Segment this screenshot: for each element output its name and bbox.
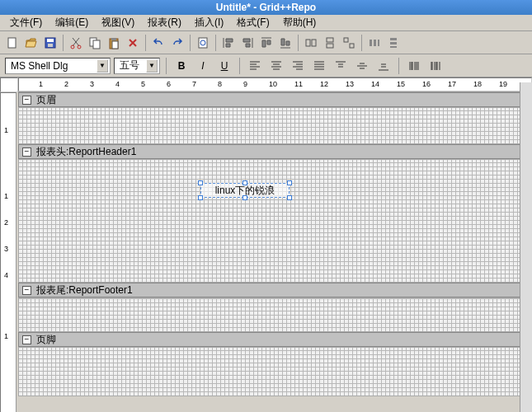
ruler-horizontal[interactable]: 12345678910111213141516171819 [18,77,532,91]
section-header-report-header[interactable]: − 报表头:ReportHeader1 [18,144,532,159]
section-header-page-footer[interactable]: − 页脚 [18,332,532,347]
section-body-page-header[interactable] [18,107,532,144]
font-name-value: MS Shell Dlg [7,60,97,72]
svg-rect-21 [378,40,379,46]
svg-rect-7 [93,40,100,49]
valign-bottom-btn[interactable] [374,57,393,75]
menu-help[interactable]: 帮助(H) [276,14,323,31]
barcode2-btn[interactable] [426,57,445,75]
svg-rect-19 [370,40,372,46]
section-header-report-footer[interactable]: − 报表尾:ReportFooter1 [18,283,532,297]
delete-button[interactable] [124,34,142,52]
section-header-page-header[interactable]: − 页眉 [18,92,532,107]
collapse-icon[interactable]: − [22,286,31,295]
align-justify-text-btn[interactable] [310,57,328,75]
align-left-text-btn[interactable] [246,57,264,75]
svg-rect-17 [344,38,348,42]
valign-middle-btn[interactable] [353,57,371,75]
align-right-text-btn[interactable] [289,57,307,75]
window-titlebar: Untitle* - Grid++Repo [0,0,532,15]
menu-format[interactable]: 格式(F) [230,14,275,31]
cut-button[interactable] [67,34,85,52]
dist-h-btn[interactable] [365,34,384,52]
menu-report[interactable]: 报表(R) [141,14,188,31]
valign-top-btn[interactable] [332,57,350,75]
align-left-btn[interactable] [219,34,238,52]
svg-rect-20 [374,40,376,46]
section-body-report-header[interactable]: linux下的锐浪 [18,159,532,283]
ruler-corner [0,77,18,92]
dropdown-icon[interactable]: ▼ [97,59,108,73]
new-button[interactable] [3,34,21,52]
section-body-page-footer[interactable] [18,347,532,396]
svg-rect-2 [47,39,54,42]
svg-rect-0 [8,38,16,48]
ruler-horizontal-row: 12345678910111213141516171819 [0,77,532,92]
menu-view[interactable]: 视图(V) [95,14,141,31]
font-size-combo[interactable]: 五号 ▼ [114,58,160,74]
textbox-selected[interactable]: linux下的锐浪 [200,183,290,198]
preview-button[interactable] [194,34,212,52]
workarea: 112341 − 页眉 − 报表头:ReportHeader1 linux下的锐… [0,92,532,412]
resize-handle-ne[interactable] [287,180,292,185]
bold-button[interactable]: B [172,57,191,75]
ruler-vertical[interactable]: 112341 [0,92,16,412]
collapse-icon[interactable]: − [22,147,31,157]
section-body-report-footer[interactable] [18,297,532,332]
resize-handle-n[interactable] [242,180,247,185]
svg-rect-24 [390,46,397,48]
dist-v-btn[interactable] [384,34,403,52]
toolbar-main [0,31,532,54]
toolbar-format: MS Shell Dlg ▼ 五号 ▼ B I U [0,54,532,77]
align-right-btn[interactable] [238,34,257,52]
resize-handle-sw[interactable] [198,195,203,200]
font-name-combo[interactable]: MS Shell Dlg ▼ [5,58,111,74]
size-width-btn[interactable] [302,34,320,52]
svg-rect-23 [390,42,397,44]
underline-button[interactable]: U [215,57,233,75]
align-center-text-btn[interactable] [267,57,285,75]
paste-button[interactable] [105,34,123,52]
menu-insert[interactable]: 插入(I) [188,14,230,31]
section-label: 报表头:ReportHeader1 [36,145,136,159]
svg-rect-16 [327,44,333,48]
resize-handle-nw[interactable] [198,180,203,185]
font-size-value: 五号 [116,59,146,73]
section-label: 报表尾:ReportFooter1 [36,283,133,297]
size-height-btn[interactable] [321,34,339,52]
undo-button[interactable] [149,34,167,52]
dropdown-icon[interactable]: ▼ [146,59,158,73]
section-label: 页眉 [36,93,56,107]
section-label: 页脚 [36,333,56,347]
menu-file[interactable]: 文件(F) [3,14,49,31]
collapse-icon[interactable]: − [22,96,31,105]
open-button[interactable] [22,34,40,52]
svg-rect-10 [112,41,118,49]
svg-rect-14 [312,40,316,46]
svg-rect-3 [48,44,53,47]
align-bottom-btn[interactable] [276,34,294,52]
align-top-btn[interactable] [257,34,275,52]
size-both-btn[interactable] [340,34,358,52]
svg-rect-13 [306,40,310,46]
barcode-btn[interactable] [405,57,423,75]
svg-rect-15 [327,38,333,42]
design-canvas[interactable]: − 页眉 − 报表头:ReportHeader1 linux下的锐浪 − 报表尾… [16,92,532,412]
collapse-icon[interactable]: − [22,335,31,344]
italic-button[interactable]: I [194,57,212,75]
svg-rect-18 [350,44,354,48]
menu-edit[interactable]: 编辑(E) [49,14,95,31]
menubar: 文件(F) 编辑(E) 视图(V) 报表(R) 插入(I) 格式(F) 帮助(H… [0,15,532,31]
resize-handle-s[interactable] [242,195,247,200]
resize-handle-se[interactable] [287,195,292,200]
vertical-scrollbar[interactable] [520,82,532,412]
copy-button[interactable] [86,34,104,52]
redo-button[interactable] [168,34,186,52]
svg-rect-9 [111,38,116,40]
svg-rect-22 [390,38,397,40]
save-button[interactable] [41,34,59,52]
